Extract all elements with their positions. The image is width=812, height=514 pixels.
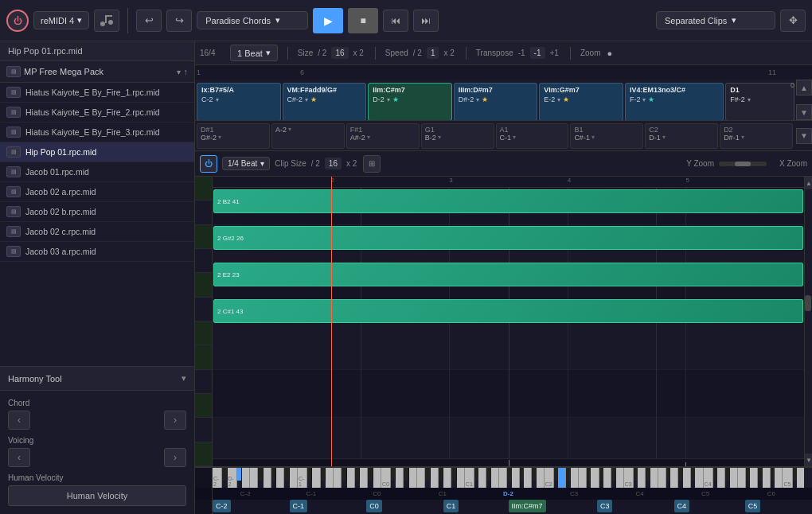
mini-key-d2[interactable] <box>195 394 212 418</box>
pack-dropdown[interactable]: ▾ <box>177 68 181 76</box>
kbd-fs-1[interactable] <box>342 468 346 481</box>
voicing-prev-button[interactable]: ‹ <box>8 448 30 467</box>
mini-key-g2[interactable] <box>195 273 212 297</box>
clip-b1[interactable]: B1 C#-1 ▾ <box>570 123 643 149</box>
note-cs1[interactable]: 2 C#1 43 <box>213 299 803 323</box>
clip-e1[interactable]: A-2 ▾ <box>271 123 345 149</box>
clip-size-div[interactable]: / 2 <box>310 159 322 168</box>
upload-icon[interactable]: ↑ <box>184 67 189 76</box>
kbd-g-1[interactable] <box>347 468 355 488</box>
kbd-as0[interactable] <box>451 468 456 481</box>
kbd-e-1[interactable] <box>326 468 334 488</box>
note-grid[interactable]: 2 3 4 5 2 B2 41 2 G#2 26 2 E2 <box>213 177 804 466</box>
kbd-gs-2[interactable] <box>271 468 276 481</box>
chord-clip-6[interactable]: IV4:EM13no3/C# F-2 ▾ ★ <box>625 83 724 120</box>
chord-next-button[interactable]: › <box>164 411 186 430</box>
clip-f1[interactable]: F#1 A#-2 ▾ <box>346 123 420 149</box>
voicing-next-button[interactable]: › <box>164 448 186 467</box>
size-mul-btn[interactable]: x 2 <box>352 49 365 57</box>
logo-icon-btn[interactable] <box>94 10 119 32</box>
list-item[interactable]: ▤ Hiatus Kaiyote_E By_Fire_1.rpc.mid <box>0 83 194 103</box>
scrollbar-up[interactable]: ▲ <box>805 177 812 189</box>
transpose-plus-btn[interactable]: +1 <box>548 49 560 57</box>
kbd-e0[interactable] <box>409 468 417 488</box>
kbd-ds-1[interactable] <box>321 468 326 481</box>
clip-g1[interactable]: G1 B-2 ▾ <box>421 123 494 149</box>
second-row-scroll-btn[interactable]: ▼ <box>796 128 812 144</box>
chord-scroll-down[interactable]: ▼ <box>796 104 812 120</box>
mini-key-a2[interactable] <box>195 225 212 249</box>
pattern-select[interactable]: Paradise Chords ▾ <box>197 11 308 29</box>
kbd-cs0[interactable] <box>391 468 396 481</box>
kbd-g-2[interactable] <box>264 468 271 488</box>
kbd-c1[interactable]: C1 <box>465 468 474 488</box>
kbd-d-2[interactable]: D-2 <box>228 468 237 488</box>
list-item[interactable]: ▤ Jacob 02 b.rpc.mid <box>0 202 194 222</box>
note-gs2[interactable]: 2 G#2 26 <box>213 226 803 250</box>
kbd-fs1[interactable] <box>507 468 511 481</box>
kbd-fs0[interactable] <box>425 468 430 481</box>
kbd-c3[interactable]: C3 <box>624 468 634 488</box>
kbd-gs0[interactable] <box>439 468 443 481</box>
kbd-cs-1[interactable] <box>307 468 312 481</box>
harmony-tool-header[interactable]: Harmony Tool ▾ <box>0 367 194 391</box>
kbd-as1[interactable] <box>532 468 536 481</box>
scrollbar-thumb[interactable] <box>805 295 811 311</box>
kbd-cs-2[interactable] <box>222 468 227 481</box>
kbd-g1[interactable] <box>512 468 520 488</box>
move-icon-btn[interactable]: ✥ <box>780 10 806 32</box>
clip-size-mul[interactable]: x 2 <box>345 159 358 168</box>
mini-key-cs2[interactable] <box>195 418 212 442</box>
scrollbar-down[interactable]: ▼ <box>805 454 812 466</box>
piano-power-button[interactable]: ⏻ <box>200 155 217 173</box>
clip-d2[interactable]: D2 D#-1 ▾ <box>720 123 793 149</box>
kbd-c4[interactable]: C4 <box>704 468 713 488</box>
kbd-e1[interactable] <box>491 468 499 488</box>
speed-mul-btn[interactable]: x 2 <box>442 49 455 57</box>
kbd-a-1[interactable] <box>360 468 368 488</box>
kbd-b-1[interactable] <box>373 468 381 488</box>
power-button[interactable]: ⏻ <box>6 10 29 32</box>
mini-key-fs2[interactable] <box>195 298 212 321</box>
redo-button[interactable]: ↪ <box>166 10 192 32</box>
mini-key-c2[interactable] <box>195 442 212 466</box>
kbd-ds0[interactable] <box>404 468 408 481</box>
velocity-button[interactable]: Human Velocity <box>8 485 186 506</box>
list-item[interactable]: ▤ Hiatus Kaiyote_E By_Fire_2.rpc.mid <box>0 103 194 123</box>
kbd-c2[interactable]: C2 <box>545 468 554 488</box>
prev-button[interactable]: ⏮ <box>383 10 408 32</box>
list-item[interactable]: ▤ Hiatus Kaiyote_E By_Fire_3.rpc.mid <box>0 123 194 142</box>
kbd-c5[interactable]: C5 <box>783 468 792 488</box>
kbd-c-2[interactable]: C-2 <box>213 468 222 488</box>
kbd-as-1[interactable] <box>368 468 373 481</box>
list-item[interactable]: ▤ Jacob 02 c.rpc.mid <box>0 222 194 242</box>
list-item[interactable]: ▤ Jacob 02 a.rpc.mid <box>0 182 194 202</box>
size-div-btn[interactable]: / 2 <box>316 49 328 57</box>
y-zoom-slider[interactable] <box>719 162 767 166</box>
next-button[interactable]: ⏭ <box>413 10 439 32</box>
kbd-b1[interactable] <box>537 468 545 488</box>
mini-key-e2[interactable] <box>195 345 212 369</box>
clip-a1[interactable]: A1 C-1 ▾ <box>496 123 569 149</box>
mini-key-ds2[interactable] <box>195 370 212 394</box>
kbd-f1[interactable] <box>499 468 507 488</box>
kbd-a0[interactable] <box>443 468 451 488</box>
mini-key-bb2[interactable] <box>195 201 212 224</box>
clip-c2[interactable]: C2 D-1 ▾ <box>645 123 718 149</box>
undo-button[interactable]: ↩ <box>136 10 162 32</box>
kbd-fs-2[interactable] <box>258 468 263 481</box>
output-select[interactable]: Separated Clips ▾ <box>656 11 775 29</box>
transpose-minus-btn[interactable]: -1 <box>517 49 527 57</box>
kbd-g0[interactable] <box>431 468 439 488</box>
pack-selector[interactable]: ▤ MP Free Mega Pack ▾ ↑ <box>0 61 194 83</box>
mini-key-f2[interactable] <box>195 321 212 345</box>
kbd-c0[interactable]: C0 <box>381 468 391 488</box>
kbd-as-2[interactable] <box>284 468 289 481</box>
kbd-b-2[interactable] <box>290 468 298 488</box>
chord-clip-1[interactable]: Ix:B7#5/A C-2 ▾ <box>197 83 281 120</box>
note-e2[interactable]: 2 E2 23 <box>213 263 803 286</box>
snap-icon-btn[interactable]: ⊞ <box>363 155 381 173</box>
remidi-select[interactable]: reMIDI 4 ▾ <box>33 11 89 29</box>
kbd-b0[interactable] <box>457 468 465 488</box>
play-button[interactable]: ▶ <box>313 8 343 33</box>
